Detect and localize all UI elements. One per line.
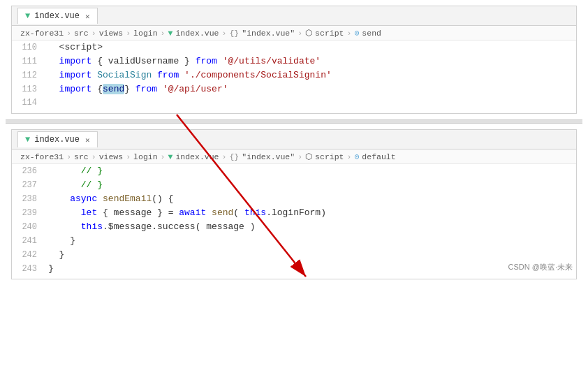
bc-vue-icon: ▼ bbox=[168, 29, 173, 38]
bc2-file: index.vue bbox=[175, 152, 219, 161]
line-num-236: 236 bbox=[12, 166, 45, 176]
line-num-242: 242 bbox=[12, 250, 45, 260]
top-tab-label: index.vue bbox=[34, 11, 80, 21]
line-content-243: } bbox=[45, 263, 576, 274]
bc2-quote-file: "index.vue" bbox=[242, 152, 295, 161]
code-line-239: 239 let { message } = await send( this.l… bbox=[12, 207, 576, 221]
bc-src: src bbox=[74, 29, 89, 38]
bc-braces: {} bbox=[229, 29, 239, 38]
vue-icon-top: ▼ bbox=[25, 11, 30, 21]
bc2-login: login bbox=[133, 152, 158, 161]
code-line-242: 242 } bbox=[12, 249, 576, 263]
code-line-236: 236 // } bbox=[12, 166, 576, 180]
top-breadcrumb: zx-fore31 › src › views › login › ▼ inde… bbox=[12, 26, 576, 41]
code-line-114: 114 bbox=[12, 98, 576, 112]
bc-send: send bbox=[362, 29, 381, 38]
bc2-script: script bbox=[315, 152, 344, 161]
bc-cube-icon: ⬡ bbox=[305, 28, 312, 38]
bc-login: login bbox=[133, 29, 158, 38]
bc2-views: views bbox=[99, 152, 124, 161]
line-content-111: import { validUsername } from '@/utils/v… bbox=[45, 56, 576, 66]
bottom-tab[interactable]: ▼ index.vue ✕ bbox=[17, 131, 98, 147]
bc2-ref-icon: ⊙ bbox=[354, 152, 359, 161]
bottom-code-area: 236 // } 237 // } 238 async sendEmail() … bbox=[12, 164, 576, 279]
code-line-113: 113 import {send} from '@/api/user' bbox=[12, 84, 576, 98]
code-line-243: 243 } bbox=[12, 263, 576, 277]
bc2-vue-icon: ▼ bbox=[168, 152, 173, 161]
top-tab[interactable]: ▼ index.vue ✕ bbox=[17, 8, 98, 24]
line-content-241: } bbox=[45, 235, 576, 246]
code-line-238: 238 async sendEmail() { bbox=[12, 193, 576, 207]
line-num-112: 112 bbox=[12, 71, 45, 80]
line-num-113: 113 bbox=[12, 85, 45, 94]
line-content-239: let { message } = await send( this.login… bbox=[45, 207, 576, 218]
line-content-236: // } bbox=[45, 166, 576, 176]
bc2-default: default bbox=[362, 152, 395, 161]
code-line-241: 241 } bbox=[12, 235, 576, 249]
line-content-240: this.$message.success( message ) bbox=[45, 221, 576, 232]
line-num-114: 114 bbox=[12, 98, 45, 108]
top-editor-panel: ▼ index.vue ✕ zx-fore31 › src › views › … bbox=[11, 6, 577, 114]
code-line-237: 237 // } bbox=[12, 180, 576, 193]
panels-container: ▼ index.vue ✕ zx-fore31 › src › views › … bbox=[6, 6, 582, 279]
line-num-238: 238 bbox=[12, 194, 45, 204]
line-num-239: 239 bbox=[12, 208, 45, 218]
panel-divider bbox=[6, 119, 582, 124]
bottom-tab-label: index.vue bbox=[34, 135, 80, 145]
bc-script: script bbox=[315, 29, 344, 38]
bc2-cube-icon: ⬡ bbox=[305, 152, 312, 161]
code-line-110: 110 <script> bbox=[12, 42, 576, 56]
line-content-237: // } bbox=[45, 180, 576, 190]
line-content-110: <script> bbox=[45, 42, 576, 52]
code-line-112: 112 import SocialSign from './components… bbox=[12, 70, 576, 84]
watermark: CSDN @唤蓝·未来 bbox=[508, 262, 573, 272]
line-num-110: 110 bbox=[12, 43, 45, 52]
line-num-240: 240 bbox=[12, 222, 45, 232]
line-num-243: 243 bbox=[12, 264, 45, 274]
bc-ref-icon: ⊙ bbox=[354, 28, 359, 38]
line-num-111: 111 bbox=[12, 57, 45, 66]
line-content-242: } bbox=[45, 249, 576, 260]
top-tab-bar: ▼ index.vue ✕ bbox=[12, 6, 576, 26]
line-num-237: 237 bbox=[12, 180, 45, 190]
code-line-111: 111 import { validUsername } from '@/uti… bbox=[12, 56, 576, 70]
bc2-project: zx-fore31 bbox=[20, 152, 64, 161]
bc-project: zx-fore31 bbox=[20, 29, 64, 38]
bc2-src: src bbox=[74, 152, 89, 161]
line-num-241: 241 bbox=[12, 236, 45, 246]
line-content-113: import {send} from '@/api/user' bbox=[45, 84, 576, 94]
code-line-240: 240 this.$message.success( message ) bbox=[12, 221, 576, 235]
bc-quote-file: "index.vue" bbox=[242, 29, 295, 38]
vue-icon-bottom: ▼ bbox=[25, 135, 30, 145]
line-content-238: async sendEmail() { bbox=[45, 193, 576, 204]
bottom-tab-close[interactable]: ✕ bbox=[85, 136, 90, 145]
bottom-tab-bar: ▼ index.vue ✕ bbox=[12, 130, 576, 149]
top-code-area: 110 <script> 111 import { validUsername … bbox=[12, 41, 576, 113]
bc-file: index.vue bbox=[175, 29, 219, 38]
bottom-editor-panel: ▼ index.vue ✕ zx-fore31 › src › views › … bbox=[11, 129, 577, 279]
bottom-breadcrumb: zx-fore31 › src › views › login › ▼ inde… bbox=[12, 149, 576, 164]
top-tab-close[interactable]: ✕ bbox=[85, 12, 90, 21]
line-content-112: import SocialSign from './components/Soc… bbox=[45, 70, 576, 80]
bc-views: views bbox=[99, 29, 124, 38]
bc2-braces: {} bbox=[229, 152, 239, 161]
